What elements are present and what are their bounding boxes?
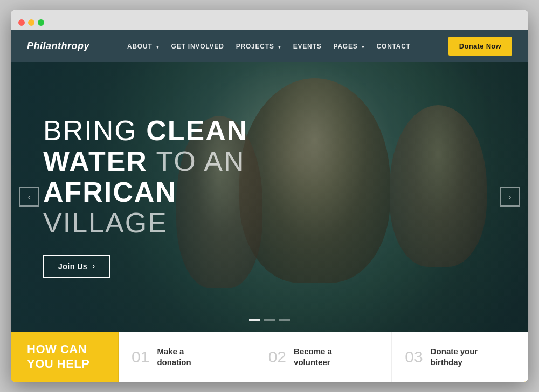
nav-item-projects[interactable]: PROJECTS ▾ bbox=[236, 41, 281, 51]
slide-dot-2[interactable] bbox=[264, 319, 275, 321]
nav-item-contact[interactable]: CONTACT bbox=[377, 41, 411, 51]
chevron-down-icon: ▾ bbox=[362, 44, 365, 50]
join-us-button[interactable]: Join Us › bbox=[43, 255, 110, 278]
hero-prev-button[interactable]: ‹ bbox=[19, 187, 39, 207]
maximize-dot[interactable] bbox=[38, 19, 44, 26]
hero-title-line3: AFRICAN VILLAGE bbox=[43, 177, 259, 238]
close-dot[interactable] bbox=[18, 19, 25, 26]
slide-dot-3[interactable] bbox=[279, 319, 290, 321]
minimize-dot[interactable] bbox=[28, 19, 34, 26]
help-items-container: 01 Make adonation 02 Become avolunteer 0… bbox=[119, 332, 528, 382]
help-label-2: Become avolunteer bbox=[294, 346, 332, 367]
nav-item-get-involved[interactable]: GET INVOLVED bbox=[171, 41, 224, 51]
browser-chrome bbox=[11, 10, 528, 30]
help-bar-title: HOW CAN YOU HELP bbox=[11, 332, 119, 382]
nav-item-pages[interactable]: PAGES ▾ bbox=[333, 41, 364, 51]
help-number-2: 02 bbox=[268, 349, 286, 365]
slide-dot-1[interactable] bbox=[249, 319, 260, 321]
chevron-left-icon: ‹ bbox=[28, 192, 31, 201]
help-number-3: 03 bbox=[405, 349, 423, 365]
chevron-down-icon: ▾ bbox=[156, 44, 160, 50]
hero-title-line1: BRING CLEAN bbox=[43, 115, 259, 146]
hero-title-line2: WATER TO AN bbox=[43, 146, 259, 177]
nav-link-events[interactable]: EVENTS bbox=[293, 43, 322, 50]
site-logo[interactable]: Philanthropy bbox=[27, 40, 89, 52]
help-number-1: 01 bbox=[132, 349, 149, 365]
how-can-you-help-bar: HOW CAN YOU HELP 01 Make adonation 02 Be… bbox=[11, 332, 528, 382]
nav-link-projects[interactable]: PROJECTS ▾ bbox=[236, 43, 281, 50]
nav-item-events[interactable]: EVENTS bbox=[293, 41, 322, 51]
hero-next-button[interactable]: › bbox=[500, 187, 520, 207]
nav-link-pages[interactable]: PAGES ▾ bbox=[333, 43, 364, 50]
help-label-1: Make adonation bbox=[157, 346, 191, 367]
help-item-1[interactable]: 01 Make adonation bbox=[119, 332, 255, 382]
chevron-down-icon: ▾ bbox=[278, 44, 281, 50]
help-item-2[interactable]: 02 Become avolunteer bbox=[255, 332, 392, 382]
nav-menu: ABOUT ▾ GET INVOLVED PROJECTS ▾ EVENTS bbox=[127, 41, 411, 51]
nav-item-about[interactable]: ABOUT ▾ bbox=[127, 41, 160, 51]
hero-content: BRING CLEAN WATER TO AN AFRICAN VILLAGE … bbox=[11, 115, 291, 279]
site-wrapper: Philanthropy ABOUT ▾ GET INVOLVED PROJEC… bbox=[11, 30, 528, 382]
hero-section: BRING CLEAN WATER TO AN AFRICAN VILLAGE … bbox=[11, 62, 528, 332]
navbar: Philanthropy ABOUT ▾ GET INVOLVED PROJEC… bbox=[11, 30, 528, 62]
hero-slide-indicators bbox=[249, 319, 290, 321]
help-label-3: Donate yourbirthday bbox=[431, 346, 478, 367]
help-item-3[interactable]: 03 Donate yourbirthday bbox=[392, 332, 528, 382]
nav-link-about[interactable]: ABOUT ▾ bbox=[127, 43, 160, 50]
help-title-text: HOW CAN YOU HELP bbox=[27, 342, 89, 371]
nav-link-contact[interactable]: CONTACT bbox=[377, 43, 411, 50]
chevron-right-icon: › bbox=[509, 192, 512, 201]
donate-now-button[interactable]: Donate Now bbox=[448, 37, 512, 56]
browser-window: Philanthropy ABOUT ▾ GET INVOLVED PROJEC… bbox=[11, 10, 528, 382]
arrow-right-icon: › bbox=[93, 263, 95, 270]
nav-link-get-involved[interactable]: GET INVOLVED bbox=[171, 43, 224, 50]
